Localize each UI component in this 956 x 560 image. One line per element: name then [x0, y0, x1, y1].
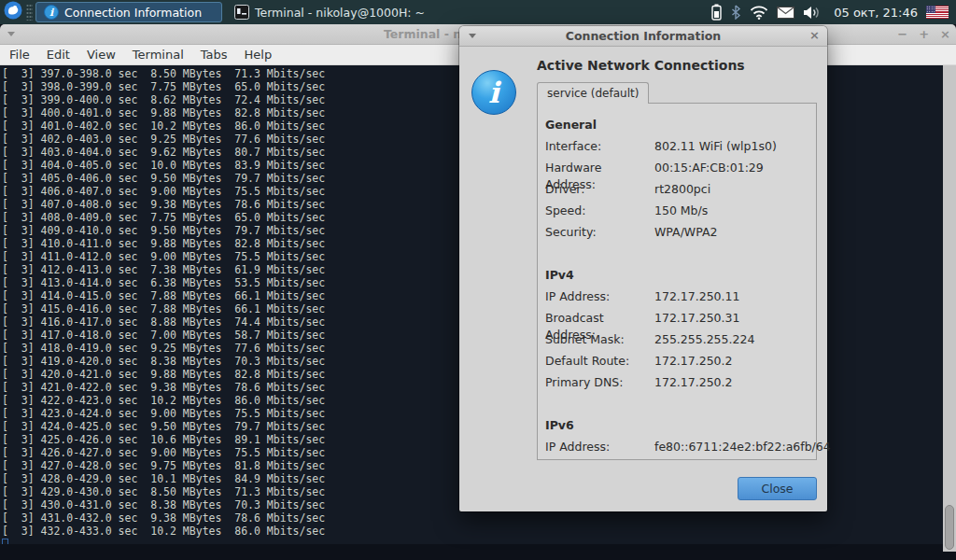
info-label: Subnet Mask:: [545, 331, 654, 353]
dialog-close-icon[interactable]: ×: [809, 28, 820, 42]
minimize-button[interactable]: −: [897, 24, 907, 45]
info-label: Broadcast Address:: [545, 310, 654, 331]
info-value: 172.17.250.2: [654, 353, 816, 374]
applications-menu-button[interactable]: [0, 0, 26, 24]
taskbar-button-connection-information[interactable]: i Connection Information: [35, 2, 222, 22]
terminal-line: [ 3] 426.0-427.0 sec 9.00 MBytes 75.5 Mb…: [2, 446, 325, 459]
terminal-line: [ 3] 422.0-423.0 sec 10.2 MBytes 86.0 Mb…: [2, 394, 325, 407]
info-row: Broadcast Address:172.17.250.31: [545, 310, 816, 331]
dialog-title: Connection Information: [459, 29, 827, 43]
info-row: Speed:150 Mb/s: [545, 203, 816, 224]
dialog-titlebar[interactable]: Connection Information ×: [459, 26, 827, 47]
menu-tabs[interactable]: Tabs: [192, 46, 236, 63]
volume-icon[interactable]: [803, 6, 822, 20]
info-icon: i: [44, 5, 59, 20]
section-title: IPv6: [545, 417, 816, 439]
scrollbar-thumb[interactable]: [945, 505, 954, 550]
info-label: Interface:: [545, 138, 654, 160]
terminal-line: [ 3] 407.0-408.0 sec 9.38 MBytes 78.6 Mb…: [2, 198, 325, 211]
close-button[interactable]: Close: [738, 477, 817, 500]
terminal-line: [ 3] 423.0-424.0 sec 9.00 MBytes 75.5 Mb…: [2, 407, 325, 420]
terminal-line: [ 3] 410.0-411.0 sec 9.88 MBytes 82.8 Mb…: [2, 237, 325, 250]
info-value: 172.17.250.2: [654, 374, 816, 396]
us-flag-icon[interactable]: [926, 6, 949, 19]
terminal-line: [ 3] 398.0-399.0 sec 7.75 MBytes 65.0 Mb…: [2, 80, 325, 93]
terminal-line: [ 3] 414.0-415.0 sec 7.88 MBytes 66.1 Mb…: [2, 289, 325, 302]
info-label: Driver:: [545, 181, 654, 203]
info-value: 802.11 WiFi (wlp1s0): [654, 138, 816, 160]
terminal-line: [ 3] 400.0-401.0 sec 9.88 MBytes 82.8 Mb…: [2, 106, 325, 119]
clock[interactable]: 05 окт, 21:46: [834, 6, 918, 20]
terminal-line: [ 3] 430.0-431.0 sec 8.38 MBytes 70.3 Mb…: [2, 498, 325, 511]
terminal-line: [ 3] 428.0-429.0 sec 10.1 MBytes 84.9 Mb…: [2, 472, 325, 485]
terminal-bottom-edge: [0, 544, 943, 552]
terminal-line: [ 3] 417.0-418.0 sec 7.00 MBytes 58.7 Mb…: [2, 329, 325, 342]
menu-edit[interactable]: Edit: [38, 46, 78, 63]
terminal-icon: [234, 5, 249, 20]
terminal-line: [ 3] 424.0-425.0 sec 9.50 MBytes 79.7 Mb…: [2, 420, 325, 433]
wifi-icon[interactable]: [750, 6, 768, 20]
tab-service-default[interactable]: service (default): [537, 82, 649, 104]
terminal-line: [ 3] 399.0-400.0 sec 8.62 MBytes 72.4 Mb…: [2, 93, 325, 106]
info-row: Primary DNS:172.17.250.2: [545, 374, 816, 396]
terminal-output: [ 3] 397.0-398.0 sec 8.50 MBytes 71.3 Mb…: [2, 67, 325, 550]
terminal-line: [ 3] 418.0-419.0 sec 9.25 MBytes 77.6 Mb…: [2, 342, 325, 355]
terminal-line: [ 3] 419.0-420.0 sec 8.38 MBytes 70.3 Mb…: [2, 355, 325, 368]
terminal-line: [ 3] 402.0-403.0 sec 9.25 MBytes 77.6 Mb…: [2, 133, 325, 146]
info-row: Default Route:172.17.250.2: [545, 353, 816, 374]
dialog-heading: Active Network Connections: [537, 58, 745, 73]
menu-help[interactable]: Help: [236, 46, 281, 63]
maximize-button[interactable]: +: [919, 24, 929, 45]
terminal-line: [ 3] 404.0-405.0 sec 10.0 MBytes 83.9 Mb…: [2, 159, 325, 172]
info-label: Default Route:: [545, 353, 654, 374]
info-value: fe80::6711:24e2:bf22:a6fb/64: [654, 439, 831, 460]
terminal-line: [ 3] 421.0-422.0 sec 9.38 MBytes 78.6 Mb…: [2, 381, 325, 394]
info-label: Hardware Address:: [545, 160, 654, 181]
info-value: rt2800pci: [654, 181, 816, 203]
terminal-line: [ 3] 420.0-421.0 sec 9.88 MBytes 82.8 Mb…: [2, 368, 325, 381]
info-label: Security:: [545, 224, 654, 245]
terminal-line: [ 3] 415.0-416.0 sec 7.88 MBytes 66.1 Mb…: [2, 302, 325, 315]
notebook-page: GeneralInterface:802.11 WiFi (wlp1s0)Har…: [537, 103, 817, 460]
menu-terminal[interactable]: Terminal: [124, 46, 192, 63]
info-value: 150 Mb/s: [654, 203, 816, 224]
menu-file[interactable]: File: [1, 46, 38, 63]
terminal-line: [ 3] 405.0-406.0 sec 9.50 MBytes 79.7 Mb…: [2, 172, 325, 185]
taskbar-button-terminal[interactable]: Terminal - nikolay@1000H: ~: [226, 2, 436, 22]
info-row: Subnet Mask:255.255.255.224: [545, 331, 816, 353]
info-row: Interface:802.11 WiFi (wlp1s0): [545, 138, 816, 160]
taskbar-button-label: Terminal - nikolay@1000H: ~: [255, 6, 425, 20]
info-label: IP Address:: [545, 288, 654, 310]
terminal-line: [ 3] 412.0-413.0 sec 7.38 MBytes 61.9 Mb…: [2, 263, 325, 276]
terminal-line: [ 3] 397.0-398.0 sec 8.50 MBytes 71.3 Mb…: [2, 67, 325, 80]
terminal-line: [ 3] 401.0-402.0 sec 10.2 MBytes 86.0 Mb…: [2, 119, 325, 133]
terminal-scrollbar[interactable]: [943, 65, 956, 552]
top-panel: i Connection Information Terminal - niko…: [0, 0, 956, 24]
info-value: 172.17.250.31: [654, 310, 816, 331]
section-title: IPv4: [545, 267, 816, 288]
info-label: Speed:: [545, 203, 654, 224]
info-value: WPA/WPA2: [654, 224, 816, 245]
terminal-line: [ 3] 427.0-428.0 sec 9.75 MBytes 81.8 Mb…: [2, 459, 325, 472]
menu-view[interactable]: View: [78, 46, 124, 63]
info-row: Hardware Address:00:15:AF:CB:01:29: [545, 160, 816, 181]
close-button[interactable]: ×: [940, 24, 950, 45]
bluetooth-icon[interactable]: [730, 5, 741, 20]
info-row: IP Address:172.17.250.11: [545, 288, 816, 310]
battery-icon[interactable]: [711, 4, 722, 21]
section-title: General: [545, 117, 816, 138]
terminal-line: [ 3] 432.0-433.0 sec 10.2 MBytes 86.0 Mb…: [2, 525, 325, 538]
info-label: IP Address:: [545, 439, 654, 460]
panel-handle[interactable]: [26, 4, 33, 21]
terminal-line: [ 3] 413.0-414.0 sec 6.38 MBytes 53.5 Mb…: [2, 276, 325, 289]
terminal-line: [ 3] 425.0-426.0 sec 10.6 MBytes 89.1 Mb…: [2, 433, 325, 446]
info-row: Security:WPA/WPA2: [545, 224, 816, 245]
info-row: Driver:rt2800pci: [545, 181, 816, 203]
dialog-info-icon: i: [471, 70, 516, 115]
terminal-line: [ 3] 409.0-410.0 sec 9.50 MBytes 79.7 Mb…: [2, 224, 325, 237]
info-value: 00:15:AF:CB:01:29: [654, 160, 816, 181]
mail-icon[interactable]: [777, 7, 794, 19]
xfce-menu-icon: [4, 1, 22, 23]
terminal-line: [ 3] 416.0-417.0 sec 8.88 MBytes 74.4 Mb…: [2, 315, 325, 329]
info-row: IP Address:fe80::6711:24e2:bf22:a6fb/64: [545, 439, 816, 460]
